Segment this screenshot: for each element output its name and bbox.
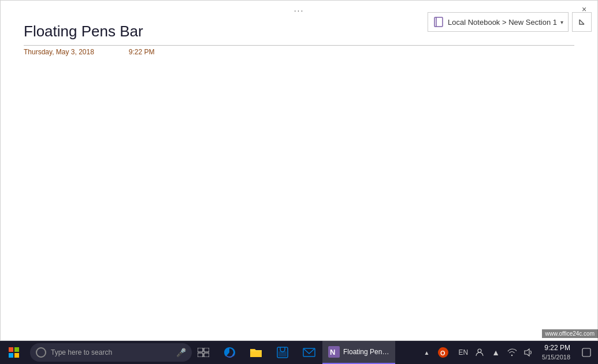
notebook-label: Local Notebook > New Section 1 [448,18,557,27]
task-view-icon [198,348,209,357]
tray-expand-button[interactable]: ▲ [422,350,430,356]
folder-icon [249,346,263,359]
start-button[interactable] [0,341,28,364]
svg-rect-11 [250,351,262,357]
svg-rect-0 [434,17,443,27]
taskbar: Type here to search 🎤 [0,341,598,364]
notebook-selector[interactable]: Local Notebook > New Section 1 ▾ [428,12,569,32]
search-bar[interactable]: Type here to search 🎤 [30,343,192,362]
edge-app-button[interactable] [216,341,243,364]
windows-logo-icon [9,347,19,358]
svg-rect-4 [14,347,19,352]
more-options-dots[interactable]: ... [294,4,304,13]
onenote-icon: N [328,346,340,358]
svg-point-20 [511,355,512,356]
wifi-icon [507,348,517,357]
svg-point-19 [478,349,481,352]
network-icon[interactable] [505,346,519,359]
page-metadata: Thursday, May 3, 2018 9:22 PM [24,48,155,56]
action-center-button[interactable] [577,341,596,364]
svg-rect-9 [198,353,203,357]
page-time: 9:22 PM [129,48,155,56]
svg-line-2 [580,20,584,24]
mail-icon [302,346,316,359]
expand-icon [577,17,586,27]
svg-rect-7 [198,348,203,352]
microphone-icon[interactable]: 🎤 [176,348,186,357]
clock[interactable]: 9:22 PM 5/15/2018 [537,344,575,361]
svg-rect-8 [204,348,209,352]
store-app-button[interactable] [269,341,296,364]
scroll-up-button[interactable]: ▲ [489,346,503,359]
store-icon [276,346,289,359]
svg-rect-13 [278,351,287,356]
notification-icon [582,348,591,357]
active-app-label: Floating Pens ... [343,348,389,356]
svg-text:O: O [440,350,445,356]
person-icon [475,348,484,357]
search-circle-icon [36,347,46,358]
svg-rect-6 [14,353,19,358]
expand-button[interactable] [572,12,592,32]
mail-app-button[interactable] [296,341,322,364]
office-logo-icon: O [437,347,449,358]
svg-rect-5 [9,353,13,358]
pinned-apps [216,341,322,364]
tray-time: 9:22 PM [542,344,570,353]
page-title: Floating Pens Bar [24,23,143,40]
svg-text:N: N [330,348,335,356]
volume-icon[interactable] [521,346,535,359]
notebook-icon [433,16,444,28]
onenote-taskbar-button[interactable]: N Floating Pens ... [322,341,395,364]
file-explorer-button[interactable] [243,341,269,364]
task-view-button[interactable] [193,341,214,364]
search-input[interactable]: Type here to search [51,348,173,356]
edge-icon [222,346,236,359]
user-icon[interactable] [473,346,486,359]
language-selector[interactable]: EN [456,348,470,356]
page-date: Thursday, May 3, 2018 [24,48,94,56]
office-logo-button[interactable]: O [433,341,454,364]
tray-date: 5/15/2018 [542,353,570,361]
speaker-icon [523,348,533,357]
svg-rect-3 [9,347,13,352]
page-divider [24,45,574,46]
svg-marker-21 [525,349,529,356]
svg-rect-10 [204,353,209,357]
main-window: ... × Local Notebook > New Section 1 ▾ F… [0,0,598,341]
chevron-down-icon: ▾ [560,19,563,25]
svg-rect-22 [582,348,590,356]
system-tray: ▲ O EN ▲ [422,341,598,364]
